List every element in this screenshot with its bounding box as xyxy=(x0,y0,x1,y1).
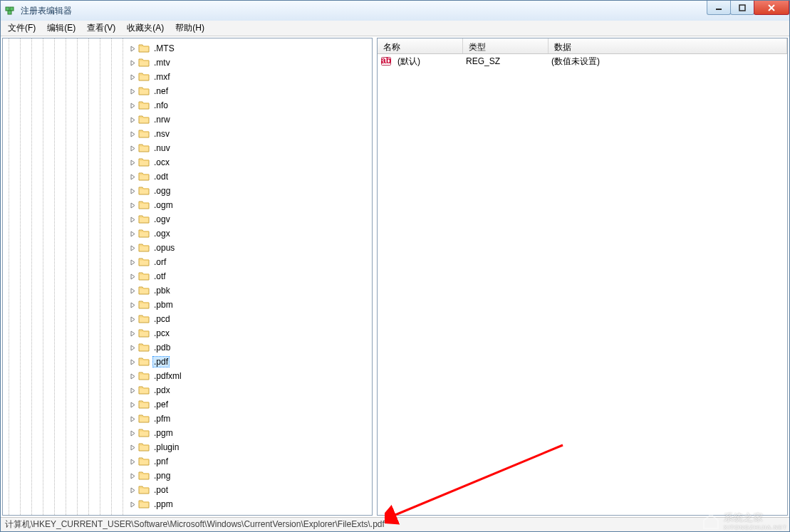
folder-icon xyxy=(138,356,150,367)
tree-item-label: .pgm xyxy=(152,428,175,438)
tree-item-label: .png xyxy=(152,471,172,481)
list-header: 名称 类型 数据 xyxy=(378,38,787,54)
folder-icon xyxy=(138,228,150,239)
folder-icon xyxy=(138,271,150,282)
folder-icon xyxy=(138,484,150,496)
tree-item-label: .plugin xyxy=(152,442,180,452)
tree-item-label: .opus xyxy=(152,243,176,253)
tree-item-label: .nuv xyxy=(152,143,172,153)
tree-item-label: .orf xyxy=(152,257,167,267)
tree-item-label: .nef xyxy=(152,86,170,96)
folder-icon xyxy=(138,342,150,353)
app-window: 注册表编辑器 文件(F) 编辑(E) 查看(V) 收藏夹(A) 帮助(H) .M… xyxy=(0,0,790,532)
folder-icon xyxy=(138,427,150,439)
tree-item-label: .MTS xyxy=(152,43,176,53)
tree-guides xyxy=(9,38,134,515)
svg-rect-0 xyxy=(6,7,9,11)
folder-icon xyxy=(138,114,150,125)
folder-icon xyxy=(138,299,150,311)
menu-edit[interactable]: 编辑(E) xyxy=(41,21,81,36)
menu-view[interactable]: 查看(V) xyxy=(81,21,121,36)
window-title: 注册表编辑器 xyxy=(21,5,72,17)
maximize-button[interactable] xyxy=(730,1,754,15)
tree-item-label: .ogx xyxy=(152,229,172,239)
tree-item-label: .pcx xyxy=(152,328,171,338)
value-data: (数值未设置) xyxy=(549,56,787,68)
folder-icon xyxy=(138,85,150,97)
value-name: (默认) xyxy=(395,56,463,68)
tree-item-label: .ogv xyxy=(152,214,172,224)
tree-item-label: .nrw xyxy=(152,115,172,125)
folder-icon xyxy=(138,370,150,382)
folder-icon xyxy=(138,100,150,111)
folder-icon xyxy=(138,214,150,225)
tree-item-label: .pbm xyxy=(152,300,175,310)
svg-rect-2 xyxy=(8,11,11,14)
folder-icon xyxy=(138,385,150,396)
list-body[interactable]: ab(默认)REG_SZ(数值未设置) xyxy=(378,54,787,515)
titlebar[interactable]: 注册表编辑器 xyxy=(1,1,789,21)
close-button[interactable] xyxy=(754,1,789,15)
tree-item-label: .pnf xyxy=(152,457,170,466)
tree-item-label: .ocx xyxy=(152,157,171,167)
tree-item-label: .ogm xyxy=(152,200,175,210)
list-row[interactable]: ab(默认)REG_SZ(数值未设置) xyxy=(378,54,787,68)
tree-item-label: .mxf xyxy=(152,72,172,82)
value-list-pane: 名称 类型 数据 ab(默认)REG_SZ(数值未设置) xyxy=(377,38,788,516)
folder-icon xyxy=(138,185,150,197)
tree-item-label: .pdf xyxy=(152,356,170,367)
folder-icon xyxy=(138,285,150,296)
tree-item-label: .nsv xyxy=(152,129,171,139)
folder-icon xyxy=(138,171,150,182)
status-bar: 计算机\HKEY_CURRENT_USER\Software\Microsoft… xyxy=(1,517,789,531)
col-type[interactable]: 类型 xyxy=(463,38,549,53)
tree-item-label: .pdfxml xyxy=(152,371,183,381)
tree-item-label: .ppm xyxy=(152,499,175,509)
tree-item-label: .pot xyxy=(152,485,170,495)
folder-icon xyxy=(138,157,150,168)
tree-item-label: .pcd xyxy=(152,314,172,324)
tree-pane[interactable]: .MTS.mtv.mxf.nef.nfo.nrw.nsv.nuv.ocx.odt… xyxy=(2,38,373,516)
minimize-button[interactable] xyxy=(707,1,731,15)
folder-icon xyxy=(138,456,150,467)
svg-rect-4 xyxy=(739,5,745,11)
folder-icon xyxy=(138,242,150,254)
folder-icon xyxy=(138,399,150,410)
folder-icon xyxy=(138,328,150,339)
tree-item-label: .pdx xyxy=(152,385,172,395)
col-name[interactable]: 名称 xyxy=(378,38,463,53)
folder-icon xyxy=(138,470,150,481)
folder-icon xyxy=(138,256,150,268)
col-data[interactable]: 数据 xyxy=(549,38,787,53)
tree-item-label: .odt xyxy=(152,172,170,182)
svg-rect-1 xyxy=(10,7,14,11)
menu-file[interactable]: 文件(F) xyxy=(2,21,41,36)
folder-icon xyxy=(138,43,150,54)
tree-item-label: .pfm xyxy=(152,414,172,424)
folder-icon xyxy=(138,142,150,154)
tree-item-label: .pdb xyxy=(152,343,172,353)
menu-help[interactable]: 帮助(H) xyxy=(170,21,210,36)
window-buttons xyxy=(707,1,789,15)
regedit-icon xyxy=(5,5,16,16)
tree-item-label: .ogg xyxy=(152,186,172,196)
tree-item-label: .pbk xyxy=(152,286,172,296)
folder-icon xyxy=(138,199,150,211)
tree-item-label: .pef xyxy=(152,400,170,410)
svg-text:ab: ab xyxy=(381,56,391,66)
folder-icon xyxy=(138,413,150,424)
folder-icon xyxy=(138,71,150,83)
status-path: 计算机\HKEY_CURRENT_USER\Software\Microsoft… xyxy=(5,518,385,531)
tree-item-label: .mtv xyxy=(152,58,172,68)
tree-item-label: .nfo xyxy=(152,100,170,110)
folder-icon xyxy=(138,442,150,453)
string-value-icon: ab xyxy=(380,56,392,67)
folder-icon xyxy=(138,499,150,510)
folder-icon xyxy=(138,57,150,68)
menu-bar: 文件(F) 编辑(E) 查看(V) 收藏夹(A) 帮助(H) xyxy=(1,21,789,36)
folder-icon xyxy=(138,313,150,325)
tree-item-label: .otf xyxy=(152,271,167,281)
menu-favorites[interactable]: 收藏夹(A) xyxy=(121,21,170,36)
value-type: REG_SZ xyxy=(463,56,549,66)
content-area: .MTS.mtv.mxf.nef.nfo.nrw.nsv.nuv.ocx.odt… xyxy=(1,36,789,517)
